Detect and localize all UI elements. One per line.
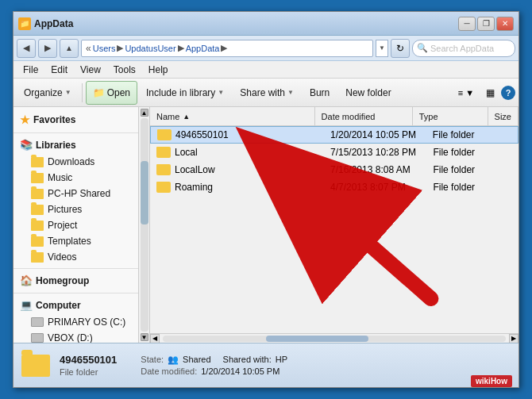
shared-with-label: Shared with: [223,355,272,365]
status-folder-icon [21,355,50,377]
burn-button[interactable]: Burn [303,81,337,105]
help-button[interactable]: ? [501,86,515,100]
sidebar-item-d-drive[interactable]: VBOX (D:) [13,330,149,343]
view-options-button[interactable]: ≡ ▼ [453,83,479,102]
file-type: File folder [426,129,505,140]
sidebar-item-music[interactable]: Music [13,170,149,186]
search-box[interactable]: 🔍 Search AppData [412,40,515,57]
close-button[interactable]: ✕ [496,17,514,31]
shared-icon: 👥 [168,355,179,365]
col-header-size[interactable]: Size [488,107,519,125]
menu-edit[interactable]: Edit [44,62,74,78]
share-button[interactable]: Share with ▼ [233,81,301,105]
include-arrow: ▼ [218,89,224,96]
sidebar-computer-section: 💻 Computer PRIMARY OS (C:) VBOX (D:) DAT… [13,296,149,343]
scroll-track [141,118,148,332]
sidebar-libraries-header[interactable]: 📚 Libraries [13,136,149,154]
shared-with-value: HP [276,355,287,365]
sidebar-item-downloads[interactable]: Downloads [13,154,149,170]
sidebar-homegroup-section: 🏠 Homegroup [13,271,149,290]
forward-button[interactable]: ▶ [38,39,57,58]
minimize-button[interactable]: ─ [458,17,476,31]
file-date: 7/16/2013 8:08 AM [324,164,426,175]
favorites-label: Favorites [33,114,75,125]
scroll-down-arrow[interactable]: ▼ [141,333,148,341]
sidebar-item-project[interactable]: Project [13,217,149,233]
computer-label: Computer [36,300,81,311]
menu-tools[interactable]: Tools [107,62,142,78]
col-header-type[interactable]: Type [413,107,488,125]
restore-button[interactable]: ❐ [477,17,495,31]
sidebar-favorites-section: ★ Favorites [13,110,149,129]
breadcrumb-users[interactable]: Users [93,44,116,53]
refresh-button[interactable]: ↻ [391,39,410,58]
open-label: Open [107,87,130,98]
folder-icon [31,236,44,247]
scroll-up-arrow[interactable]: ▲ [141,109,148,117]
sidebar-homegroup-header[interactable]: 🏠 Homegroup [13,271,149,290]
breadcrumb-bar[interactable]: « Users ▶ UpdatusUser ▶ AppData ▶ [81,40,373,57]
folder-icon [157,129,172,140]
include-library-button[interactable]: Include in library ▼ [139,81,231,105]
sidebar-scrollbar[interactable]: ▲ ▼ [138,107,149,343]
table-row[interactable]: Local 7/15/2013 10:28 PM File folder [150,144,519,161]
status-date-row: Date modified: 1/20/2014 10:05 PM [141,366,287,376]
sidebar-libraries-section: 📚 Libraries Downloads Music PC-HP Shared [13,136,149,265]
sidebar-item-templates[interactable]: Templates [13,233,149,249]
new-folder-label: New folder [345,87,391,98]
sidebar-item-label: VBOX (D:) [48,332,93,343]
organize-arrow: ▼ [65,89,71,96]
file-date: 4/7/2013 8:07 PM [324,182,426,193]
sidebar-item-label: PRIMARY OS (C:) [48,317,125,328]
menu-file[interactable]: File [17,62,44,78]
sidebar-item-pictures[interactable]: Pictures [13,201,149,217]
breadcrumb-dropdown[interactable]: ▼ [376,40,388,57]
col-header-name[interactable]: Name ▲ [150,107,315,125]
scroll-right-arrow[interactable]: ▶ [509,334,519,343]
file-name: Roaming [150,182,324,193]
breadcrumb-appdata[interactable]: AppData [186,44,220,53]
up-button[interactable]: ▲ [60,39,79,58]
drive-icon [31,317,44,327]
title-bar: 📁 AppData ─ ❐ ✕ [13,12,519,36]
breadcrumb-updatususer[interactable]: UpdatusUser [125,44,175,53]
date-value: 1/20/2014 10:05 PM [201,366,279,376]
open-button[interactable]: 📁 Open [86,81,137,105]
sort-arrow: ▲ [183,113,190,121]
back-button[interactable]: ◀ [17,39,36,58]
explorer-window: 📁 AppData ─ ❐ ✕ ◀ ▶ ▲ « Users ▶ UpdatusU… [13,11,519,388]
sidebar-item-videos[interactable]: Videos [13,249,149,265]
sidebar-item-pc-hp-shared[interactable]: PC-HP Shared [13,186,149,201]
pane-button[interactable]: ▦ [480,83,499,102]
folder-icon-toolbar: 📁 [93,87,105,98]
sidebar-computer-header[interactable]: 💻 Computer [13,296,149,314]
scroll-left-arrow[interactable]: ◀ [150,334,160,343]
folder-icon [156,182,171,193]
folder-icon [156,147,171,158]
sidebar-item-label: Pictures [48,204,82,215]
status-icon [20,351,52,380]
new-folder-button[interactable]: New folder [338,81,398,105]
horizontal-scrollbar[interactable]: ◀ ▶ [150,333,519,343]
window-controls: ─ ❐ ✕ [458,17,514,31]
sidebar-item-c-drive[interactable]: PRIMARY OS (C:) [13,314,149,330]
file-date: 7/15/2013 10:28 PM [324,147,426,158]
main-area: ★ Favorites 📚 Libraries Downloads Music [13,107,519,343]
star-icon: ★ [20,113,30,126]
sidebar-favorites-header[interactable]: ★ Favorites [13,110,149,129]
table-row[interactable]: 4946550101 1/20/2014 10:05 PM File folde… [150,126,519,144]
col-header-date[interactable]: Date modified [315,107,413,125]
table-row[interactable]: Roaming 4/7/2013 8:07 PM File folder [150,178,519,196]
file-type: File folder [426,182,506,193]
share-label: Share with [240,87,285,98]
status-details: State: 👥 Shared Shared with: HP Date mod… [141,355,287,376]
folder-icon [31,221,44,231]
table-row[interactable]: LocalLow 7/16/2013 8:08 AM File folder [150,161,519,178]
status-state-row: State: 👥 Shared Shared with: HP [141,355,287,365]
share-arrow: ▼ [287,89,294,96]
search-placeholder: Search AppData [430,44,494,53]
sidebar-divider-3 [13,293,149,293]
organize-button[interactable]: Organize ▼ [17,81,79,105]
menu-view[interactable]: View [74,62,107,78]
menu-help[interactable]: Help [142,62,175,78]
